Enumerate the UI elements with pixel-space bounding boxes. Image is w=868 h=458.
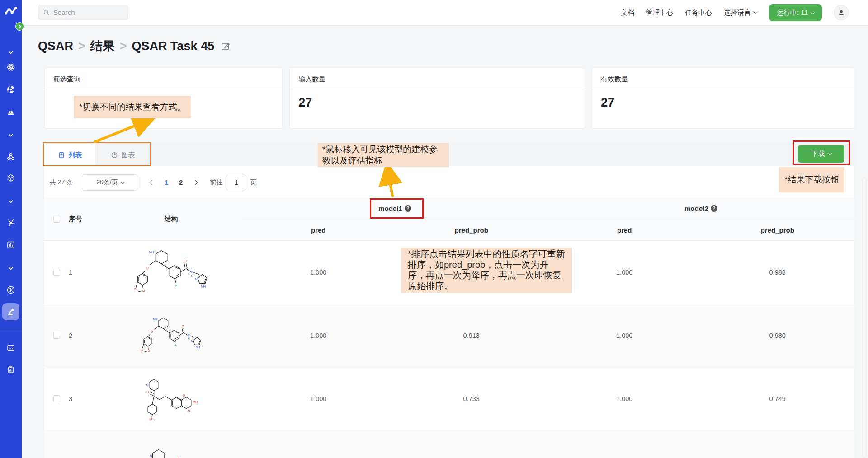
row-index: 1 (69, 241, 100, 304)
sidebar (0, 0, 22, 458)
vertical-scrollbar[interactable] (863, 178, 866, 458)
nav-admin-center[interactable]: 管理中心 (646, 9, 673, 17)
robot-arm-icon (6, 307, 16, 317)
qsar-results-page: NH O O O O N H N NH F (0, 0, 868, 458)
prev-page-button[interactable] (145, 175, 159, 190)
card-title: 输入数量 (290, 68, 585, 90)
row-checkbox[interactable] (53, 332, 60, 339)
alarm-icon[interactable] (6, 107, 15, 116)
model1-pred-header[interactable]: pred (242, 219, 395, 241)
m2-prob-value: 0.988 (701, 241, 854, 304)
annotation-switch-view: *切换不同的结果查看方式。 (74, 96, 191, 118)
view-toolbar: 列表 图表 下载 (44, 144, 854, 166)
annotation-sort-tip: *排序点击结果列表中的性质名字可重新排序，如pred_prob，点击一次为升序，… (401, 248, 572, 293)
molecule-cluster-icon[interactable] (6, 152, 15, 161)
valid-count-card: 有效数量 27 (592, 68, 854, 129)
annotation-download: *结果下载按钮 (779, 167, 844, 192)
edit-icon[interactable] (221, 41, 231, 51)
page-size-select[interactable]: 20条/页 (82, 174, 138, 191)
page-2-button[interactable]: 2 (174, 175, 188, 190)
m2-prob-value: 0.749 (701, 367, 854, 430)
molecule-structure (100, 241, 242, 304)
running-tasks-button[interactable]: 运行中: 11 (769, 4, 822, 21)
card-title: 筛选查询 (45, 68, 282, 90)
row-index: 2 (69, 304, 100, 367)
fingerprint-icon[interactable] (6, 285, 15, 294)
cube-icon[interactable] (6, 173, 15, 182)
m1-pred-value (242, 430, 395, 458)
sidebar-expand-button[interactable] (15, 22, 24, 31)
atom-icon[interactable] (6, 63, 15, 72)
chevron-down-icon (120, 180, 125, 184)
annotation-hover-model: *鼠标移入可见该模型的建模参数以及评估指标 (318, 143, 449, 167)
language-select[interactable]: 选择语言 (724, 9, 757, 17)
help-icon[interactable]: ? (711, 205, 717, 212)
dendrite-icon[interactable] (6, 218, 15, 227)
select-all-checkbox[interactable] (53, 216, 60, 223)
m2-pred-value: 1.000 (548, 304, 701, 367)
chevron-down-icon[interactable] (6, 264, 15, 273)
molecule-structure (100, 430, 242, 458)
search-field[interactable] (53, 9, 121, 16)
m1-prob-value: 0.733 (395, 367, 548, 430)
row-checkbox[interactable] (53, 395, 60, 402)
breadcrumb-section[interactable]: 结果 (90, 38, 115, 54)
highlight-box-tabs (43, 142, 151, 166)
annotation-arrow (89, 116, 156, 145)
chevron-down-icon[interactable] (6, 48, 15, 57)
user-icon (837, 8, 846, 17)
m2-prob-value: 0.980 (701, 304, 854, 367)
chevron-right-icon (193, 180, 198, 185)
results-panel: 共 27 条 20条/页 1 2 前往 页 序号 结构 model1? mode… (44, 166, 854, 458)
radiation-icon[interactable] (6, 85, 15, 94)
m1-prob-value: 0.913 (395, 304, 548, 367)
row-index: 3 (69, 367, 100, 430)
select-all-cell (53, 198, 69, 241)
nav-docs[interactable]: 文档 (621, 9, 634, 17)
app-logo-icon[interactable] (4, 4, 18, 18)
model2-group-header[interactable]: model2? (548, 198, 854, 219)
table-row: 3 1.000 0.733 1.000 0.749 (44, 367, 854, 430)
chevron-down-icon[interactable] (6, 131, 15, 140)
m2-pred-value (548, 430, 701, 458)
user-avatar[interactable] (834, 5, 849, 20)
input-count-card: 输入数量 27 (289, 68, 585, 129)
page-1-button[interactable]: 1 (159, 175, 174, 190)
breadcrumb-separator: > (78, 39, 85, 53)
breadcrumb-separator: > (120, 39, 127, 53)
sidebar-item-active[interactable] (2, 303, 19, 320)
sidebar-divider (0, 329, 22, 329)
structure-column-header: 结构 (100, 198, 242, 241)
highlight-box-download (793, 140, 850, 165)
page-unit-label: 页 (250, 178, 256, 187)
bar-chart-icon[interactable] (6, 240, 15, 249)
search-input[interactable] (38, 5, 128, 20)
m1-pred-value: 1.000 (242, 241, 395, 304)
index-column-header: 序号 (69, 198, 100, 241)
model2-pred-header[interactable]: pred (548, 219, 701, 241)
row-checkbox[interactable] (53, 269, 60, 276)
m1-pred-value: 1.000 (242, 304, 395, 367)
browser-card-icon[interactable] (6, 343, 15, 352)
table-row (44, 430, 854, 458)
chevron-down-icon (811, 10, 815, 14)
chevron-down-icon[interactable] (6, 197, 15, 206)
total-count: 共 27 条 (50, 178, 73, 187)
chevron-left-icon (150, 180, 155, 185)
m1-prob-value (395, 430, 548, 458)
breadcrumb-root[interactable]: QSAR (38, 39, 73, 53)
clipboard-chart-icon[interactable] (6, 365, 15, 374)
model1-pred-prob-header[interactable]: pred_prob (395, 219, 548, 241)
table-row: 2 1.000 0.913 1.000 0.980 (44, 304, 854, 367)
search-icon (43, 9, 50, 16)
next-page-button[interactable] (188, 175, 203, 190)
model-group-row: model1? model2? (242, 198, 854, 219)
sub-header-row: pred pred_prob pred pred_prob (242, 219, 854, 241)
m2-prob-value (701, 430, 854, 458)
chevron-down-icon (754, 9, 758, 14)
model2-pred-prob-header[interactable]: pred_prob (701, 219, 854, 241)
annotation-arrow (379, 166, 401, 199)
topbar: 文档 管理中心 任务中心 选择语言 运行中: 11 (22, 0, 868, 26)
goto-page-input[interactable] (226, 175, 246, 190)
nav-task-center[interactable]: 任务中心 (685, 9, 712, 17)
